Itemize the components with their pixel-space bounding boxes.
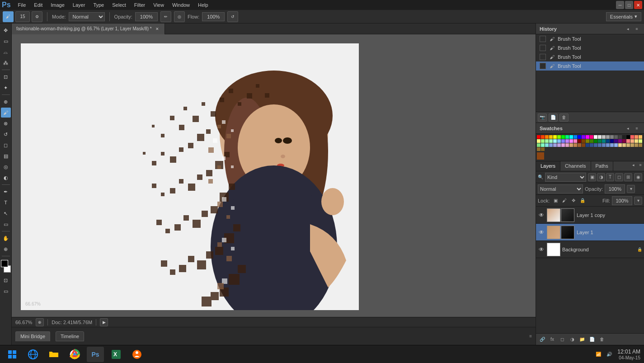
swatch-21[interactable] xyxy=(622,135,626,139)
swatch-74[interactable] xyxy=(626,143,630,147)
link-layers-icon[interactable]: 🔗 xyxy=(538,335,547,344)
mode-select[interactable]: Normal xyxy=(69,12,105,21)
swatch-47[interactable] xyxy=(622,139,626,143)
swatch-64[interactable] xyxy=(586,143,589,147)
swatch-75[interactable] xyxy=(630,143,634,147)
history-checkbox-3[interactable] xyxy=(540,63,546,69)
swatch-25[interactable] xyxy=(639,135,642,139)
maximize-button[interactable]: □ xyxy=(625,1,633,9)
magic-wand-tool[interactable]: ⁂ xyxy=(1,58,11,68)
taskbar-explorer[interactable] xyxy=(45,347,62,362)
swatch-70[interactable] xyxy=(610,143,614,147)
menu-edit[interactable]: Edit xyxy=(30,1,46,9)
swatch-18[interactable] xyxy=(610,135,614,139)
filter-smart-icon[interactable]: ⊞ xyxy=(624,173,632,181)
clone-stamp-tool[interactable]: ⊗ xyxy=(1,118,11,128)
history-checkbox-1[interactable] xyxy=(540,45,546,51)
timeline-tab[interactable]: Timeline xyxy=(56,331,84,341)
taskbar-network-icon[interactable]: 📶 xyxy=(594,350,603,359)
opacity-input[interactable] xyxy=(135,12,158,21)
crop-tool[interactable]: ⊡ xyxy=(1,72,11,82)
swatch-50[interactable] xyxy=(635,139,638,143)
history-snapshot-icon[interactable]: 📷 xyxy=(538,113,547,122)
filter-type-icon[interactable]: T xyxy=(606,173,614,181)
tab-layers[interactable]: Layers xyxy=(536,161,560,171)
document-tab[interactable]: fashionable-woman-thinking.jpg @ 66.7% (… xyxy=(12,24,165,34)
lasso-tool[interactable]: ⌓ xyxy=(1,47,11,57)
swatch-13[interactable] xyxy=(590,135,593,139)
swatch-0[interactable] xyxy=(537,135,541,139)
hand-tool[interactable]: ✋ xyxy=(1,233,11,243)
zoom-tool[interactable]: ⊕ xyxy=(1,244,11,254)
swatches-expand-icon[interactable]: ◂ xyxy=(624,125,631,132)
layer-visibility-2[interactable]: 👁 xyxy=(538,246,545,253)
filter-toggle[interactable]: ◉ xyxy=(634,173,642,181)
swatch-36[interactable] xyxy=(578,139,581,143)
history-menu-icon[interactable]: ≡ xyxy=(633,25,640,33)
lock-transparent-icon[interactable]: ▣ xyxy=(551,197,559,205)
healing-brush-tool[interactable]: ⊕ xyxy=(1,97,11,107)
brush-tool[interactable]: 🖌 xyxy=(1,108,11,118)
menu-image[interactable]: Image xyxy=(47,1,68,9)
swatch-46[interactable] xyxy=(618,139,622,143)
delete-layer-icon[interactable]: 🗑 xyxy=(597,335,606,344)
swatch-37[interactable] xyxy=(582,139,585,143)
swatch-54[interactable] xyxy=(545,143,549,147)
layer-kind-select[interactable]: Kind xyxy=(545,173,586,182)
taskbar-clock[interactable]: 12:01 AM 04-May-15 xyxy=(617,349,640,360)
new-adjustment-icon[interactable]: ◑ xyxy=(568,335,577,344)
swatch-22[interactable] xyxy=(626,135,630,139)
path-select-tool[interactable]: ↖ xyxy=(1,208,11,218)
blend-mode-select[interactable]: Normal xyxy=(538,184,583,193)
brush-size-input[interactable]: 15 xyxy=(15,11,30,22)
swatch-67[interactable] xyxy=(598,143,602,147)
history-delete-icon[interactable]: 🗑 xyxy=(559,113,569,122)
swatch-26[interactable] xyxy=(537,139,541,143)
menu-view[interactable]: View xyxy=(150,1,168,9)
history-brush-tool[interactable]: ↺ xyxy=(1,129,11,139)
layer-visibility-1[interactable]: 👁 xyxy=(538,229,545,236)
shape-tool[interactable]: ▭ xyxy=(1,219,11,229)
foreground-color[interactable] xyxy=(1,260,8,267)
swatch-48[interactable] xyxy=(626,139,630,143)
swatch-15[interactable] xyxy=(598,135,602,139)
gradient-tool[interactable]: ▤ xyxy=(1,151,11,161)
swatch-71[interactable] xyxy=(614,143,618,147)
swatch-35[interactable] xyxy=(573,139,577,143)
pen-tool[interactable]: ✒ xyxy=(1,187,11,197)
minimize-button[interactable]: ─ xyxy=(616,1,624,9)
collapse-bottom-icon[interactable]: ≡ xyxy=(529,334,532,339)
swatch-23[interactable] xyxy=(630,135,634,139)
filter-pixel-icon[interactable]: ▣ xyxy=(588,173,596,181)
swatch-72[interactable] xyxy=(618,143,622,147)
swatch-27[interactable] xyxy=(541,139,545,143)
swatch-58[interactable] xyxy=(561,143,565,147)
history-item-0[interactable]: 🖌 Brush Tool xyxy=(536,34,644,43)
swatch-16[interactable] xyxy=(602,135,606,139)
taskbar-ie[interactable] xyxy=(24,347,42,362)
swatch-69[interactable] xyxy=(606,143,610,147)
new-group-icon[interactable]: 📁 xyxy=(578,335,587,344)
navigate-forward[interactable]: ▶ xyxy=(100,318,108,326)
taskbar-photoshop[interactable]: Ps xyxy=(87,347,104,362)
swatch-38[interactable] xyxy=(586,139,589,143)
menu-select[interactable]: Select xyxy=(108,1,130,9)
history-item-3[interactable]: 🖌 Brush Tool xyxy=(536,61,644,71)
tab-paths[interactable]: Paths xyxy=(591,161,613,171)
swatch-19[interactable] xyxy=(614,135,618,139)
menu-file[interactable]: File xyxy=(14,1,30,9)
essentials-button[interactable]: Essentials ▾ xyxy=(606,12,641,21)
swatch-65[interactable] xyxy=(590,143,593,147)
swatch-59[interactable] xyxy=(565,143,569,147)
lock-paint-icon[interactable]: 🖌 xyxy=(560,197,569,205)
history-checkbox-2[interactable] xyxy=(540,54,546,60)
history-item-1[interactable]: 🖌 Brush Tool xyxy=(536,43,644,52)
history-new-doc-icon[interactable]: 📄 xyxy=(549,113,558,122)
swatch-7[interactable] xyxy=(565,135,569,139)
swatch-4[interactable] xyxy=(553,135,557,139)
swatch-73[interactable] xyxy=(622,143,626,147)
swatch-12[interactable] xyxy=(586,135,589,139)
taskbar-excel[interactable]: X xyxy=(108,347,125,362)
color-swatches[interactable] xyxy=(1,260,11,273)
layer-item-1[interactable]: 👁 Layer 1 xyxy=(536,224,644,241)
